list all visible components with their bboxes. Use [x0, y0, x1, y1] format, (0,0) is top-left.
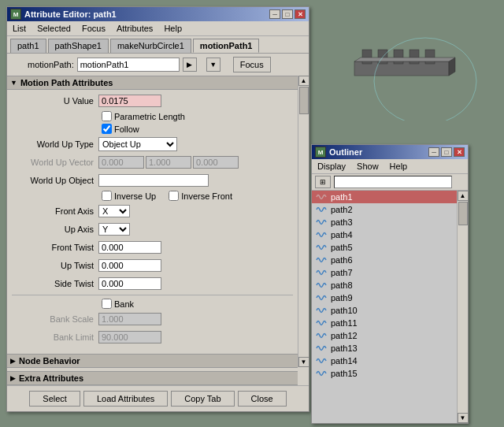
inverse-up-label[interactable]: Inverse Up	[102, 191, 156, 201]
motion-path-input[interactable]	[77, 58, 180, 72]
bottom-buttons: Select Load Attributes Copy Tab Close	[7, 385, 309, 411]
front-twist-input[interactable]	[98, 241, 161, 254]
world-up-object-label: World Up Object	[12, 176, 98, 185]
outliner-window-controls: ─ □ ✕	[428, 147, 465, 157]
list-item[interactable]: path12	[312, 329, 457, 342]
menu-focus[interactable]: Focus	[80, 23, 108, 34]
list-item[interactable]: path5	[312, 241, 457, 254]
motion-path-btn2[interactable]: ▼	[206, 58, 220, 72]
load-attributes-button[interactable]: Load Attributes	[83, 391, 168, 407]
copy-tab-button[interactable]: Copy Tab	[171, 391, 234, 407]
scrollbar-v[interactable]: ▲ ▼	[298, 76, 309, 367]
list-item[interactable]: path14	[312, 355, 457, 367]
motion-path-label: motionPath:	[28, 60, 74, 69]
outliner-close-button[interactable]: ✕	[454, 147, 465, 157]
list-item[interactable]: path10	[312, 304, 457, 317]
list-item[interactable]: path7	[312, 266, 457, 279]
outliner-menubar: Display Show Help	[312, 159, 468, 174]
bank-row: Bank	[102, 299, 293, 309]
outliner-scroll-up[interactable]: ▲	[458, 191, 469, 201]
list-item-name: path13	[331, 343, 358, 353]
close-button[interactable]: Close	[238, 391, 287, 407]
maximize-button[interactable]: □	[282, 9, 293, 19]
bank-scale-input[interactable]	[98, 313, 161, 325]
list-item-name: path2	[331, 205, 353, 214]
side-twist-input[interactable]	[98, 277, 161, 290]
menu-attributes[interactable]: Attributes	[114, 23, 155, 34]
outliner-scroll-down[interactable]: ▼	[458, 413, 469, 423]
bank-limit-input[interactable]	[98, 331, 161, 343]
titlebar-left: M Attribute Editor: path1	[10, 9, 117, 20]
list-item[interactable]: path1	[312, 191, 457, 203]
list-item[interactable]: path6	[312, 254, 457, 266]
scroll-thumb[interactable]	[299, 87, 309, 114]
outliner-search-input[interactable]	[334, 176, 452, 188]
svg-rect-1	[362, 50, 372, 64]
menu-selected[interactable]: Selected	[35, 23, 73, 34]
parametric-length-checkbox[interactable]	[102, 111, 112, 121]
list-item[interactable]: path15	[312, 367, 457, 380]
motion-path-btn1[interactable]: ▶	[183, 58, 197, 72]
bank-label[interactable]: Bank	[102, 299, 134, 309]
menu-help[interactable]: Help	[161, 23, 184, 34]
list-item[interactable]: path3	[312, 216, 457, 228]
list-item[interactable]: path4	[312, 228, 457, 241]
world-up-vector-row: World Up Vector	[12, 154, 293, 170]
select-button[interactable]: Select	[29, 391, 80, 407]
scroll-track	[299, 87, 309, 356]
tab-makenurbcircle1[interactable]: makeNurbCircle1	[110, 39, 191, 53]
world-up-vector-y[interactable]	[146, 156, 191, 169]
world-up-vector-z[interactable]	[193, 156, 239, 169]
svg-rect-3	[394, 50, 403, 64]
extra-attributes-section[interactable]: ▶ Extra Attributes	[7, 371, 298, 385]
outliner-menu-help[interactable]: Help	[387, 161, 410, 172]
path-icon-11	[315, 330, 328, 341]
parametric-length-label[interactable]: Parametric Length	[102, 111, 185, 121]
window-controls: ─ □ ✕	[269, 9, 306, 19]
extra-attributes-arrow: ▶	[10, 374, 16, 382]
scroll-up-arrow[interactable]: ▲	[298, 76, 309, 86]
u-value-input[interactable]	[98, 95, 161, 107]
outliner-maximize-button[interactable]: □	[441, 147, 452, 157]
tab-motionpath1[interactable]: motionPath1	[193, 39, 260, 53]
list-item[interactable]: path9	[312, 291, 457, 304]
list-item-name: path1	[331, 192, 353, 202]
list-item[interactable]: path11	[312, 317, 457, 329]
up-axis-dropdown[interactable]: XYZ -X-Y-Z	[98, 223, 130, 236]
outliner-menu-display[interactable]: Display	[315, 161, 348, 172]
follow-checkbox[interactable]	[102, 124, 112, 134]
scroll-down-arrow[interactable]: ▼	[298, 357, 309, 367]
outliner-scroll-thumb[interactable]	[458, 202, 468, 225]
inverse-front-label[interactable]: Inverse Front	[169, 191, 232, 201]
minimize-button[interactable]: ─	[269, 9, 280, 19]
list-item[interactable]: path2	[312, 203, 457, 216]
close-window-button[interactable]: ✕	[295, 9, 306, 19]
menu-list[interactable]: List	[10, 23, 28, 34]
list-item[interactable]: path13	[312, 342, 457, 355]
world-up-type-dropdown[interactable]: Object Up Scene Up Object Rotation Up Ve…	[98, 137, 177, 151]
bank-checkbox[interactable]	[102, 299, 112, 309]
motion-path-section-header[interactable]: ▼ Motion Path Attributes	[7, 76, 298, 90]
outliner-menu-show[interactable]: Show	[354, 161, 381, 172]
outliner-list: path1 path2 path3 path4	[312, 191, 457, 423]
up-twist-input[interactable]	[98, 259, 161, 272]
tab-path1[interactable]: path1	[10, 39, 46, 53]
attribute-editor-window: M Attribute Editor: path1 ─ □ ✕ List Sel…	[6, 6, 309, 412]
tab-pathshape1[interactable]: pathShape1	[48, 39, 109, 53]
world-up-vector-inputs	[98, 156, 239, 169]
front-axis-dropdown[interactable]: XYZ -X-Y-Z	[98, 205, 130, 217]
node-behavior-section[interactable]: ▶ Node Behavior	[7, 354, 298, 368]
list-item[interactable]: path8	[312, 279, 457, 291]
world-up-object-input[interactable]	[98, 174, 209, 187]
inverse-up-checkbox[interactable]	[102, 191, 112, 201]
outliner-minimize-button[interactable]: ─	[428, 147, 439, 157]
follow-label[interactable]: Follow	[102, 124, 139, 134]
world-up-vector-x[interactable]	[98, 156, 144, 169]
focus-button[interactable]: Focus	[233, 57, 271, 72]
outliner-nav-icon[interactable]: ⊞	[315, 176, 331, 188]
path-icon-10	[315, 317, 328, 329]
outliner-titlebar: M Outliner ─ □ ✕	[312, 145, 468, 159]
inverse-front-checkbox[interactable]	[169, 191, 179, 201]
side-twist-row: Side Twist	[12, 276, 293, 291]
outliner-scrollbar[interactable]: ▲ ▼	[457, 191, 468, 423]
